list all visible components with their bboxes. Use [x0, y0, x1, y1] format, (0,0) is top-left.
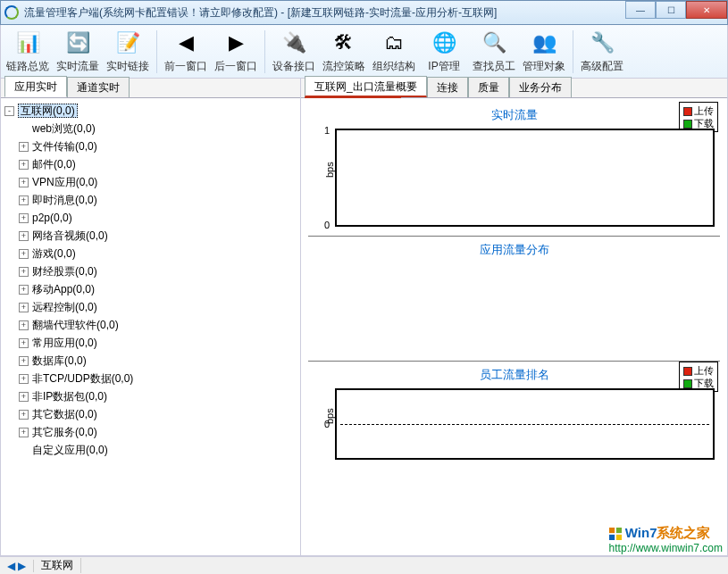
- tree-node[interactable]: 移动App(0,0): [32, 283, 95, 295]
- tree-toggle[interactable]: +: [19, 320, 29, 330]
- tree-toggle[interactable]: +: [19, 249, 29, 259]
- toolbar-icon: 🔄: [63, 29, 92, 57]
- toolbar-实时流量[interactable]: 🔄实时流量: [53, 27, 103, 77]
- chart-realtime-legend: 上传 下载: [679, 102, 718, 132]
- ytick-0: 0: [324, 220, 330, 230]
- tree-node[interactable]: 非TCP/UDP数据(0,0): [32, 372, 133, 385]
- chart-appdist-section: 应用流量分布: [308, 237, 720, 362]
- toolbar-label: 组织结构: [372, 59, 415, 74]
- toolbar-separator: [156, 30, 157, 73]
- chart-realtime-title: 实时流量: [308, 107, 720, 123]
- tree-toggle[interactable]: +: [19, 195, 29, 205]
- tree-toggle[interactable]: +: [19, 285, 29, 295]
- tree-toggle[interactable]: +: [19, 303, 29, 312]
- maximize-button[interactable]: ☐: [656, 1, 686, 19]
- tree-node[interactable]: 其它服务(0,0): [32, 426, 97, 438]
- toolbar-label: 设备接口: [272, 59, 315, 74]
- status-nav-icon[interactable]: ◀ ▶: [0, 560, 34, 572]
- legend-upload-label: 上传: [694, 105, 714, 116]
- tree-node[interactable]: 非IP数据包(0,0): [32, 390, 107, 403]
- tree-toggle[interactable]: +: [19, 338, 29, 348]
- tree-toggle[interactable]: +: [19, 213, 29, 223]
- tree-node[interactable]: 网络音视频(0,0): [32, 229, 108, 242]
- chart-rank-legend: 上传 下载: [679, 362, 718, 392]
- tree-toggle[interactable]: +: [19, 267, 29, 277]
- tab-业务分布[interactable]: 业务分布: [509, 77, 572, 97]
- legend-swatch-upload: [683, 367, 692, 376]
- right-pane: 互联网_出口流量概要连接质量业务分布 实时流量 上传 下载 bps 1 0 应用…: [301, 79, 727, 555]
- main-toolbar: 📊链路总览🔄实时流量📝实时链接◀前一窗口▶后一窗口🔌设备接口🛠流控策略🗂组织结构…: [0, 25, 728, 79]
- window-controls: — ☐ ✕: [625, 1, 727, 19]
- tree-toggle[interactable]: +: [19, 178, 29, 187]
- toolbar-设备接口[interactable]: 🔌设备接口: [269, 27, 319, 77]
- app-icon: [4, 5, 19, 20]
- toolbar-管理对象[interactable]: 👥管理对象: [519, 27, 569, 77]
- left-pane: 应用实时通道实时 -互联网(0,0)web浏览(0,0)+文件传输(0,0)+邮…: [1, 79, 301, 555]
- tree-toggle[interactable]: +: [19, 374, 29, 384]
- tree-node[interactable]: 财经股票(0,0): [32, 265, 97, 278]
- tree-toggle[interactable]: +: [19, 392, 29, 402]
- tree-root[interactable]: 互联网(0,0): [18, 104, 78, 118]
- legend-download-label: 下载: [694, 378, 714, 388]
- tree-toggle[interactable]: +: [19, 428, 29, 437]
- tab-互联网_出口流量概要[interactable]: 互联网_出口流量概要: [305, 76, 427, 97]
- watermark-url: http://www.winwin7.com: [609, 542, 723, 554]
- ytick-0: 0: [324, 419, 330, 429]
- tree-node[interactable]: 邮件(0,0): [32, 158, 76, 171]
- toolbar-label: 实时链接: [106, 59, 149, 74]
- chart-realtime-plot: 1 0: [335, 129, 715, 227]
- toolbar-separator: [573, 30, 573, 73]
- toolbar-icon: 📊: [13, 29, 42, 57]
- toolbar-label: 管理对象: [523, 59, 565, 74]
- minimize-button[interactable]: —: [625, 1, 656, 19]
- toolbar-流控策略[interactable]: 🛠流控策略: [319, 27, 369, 77]
- toolbar-实时链接[interactable]: 📝实时链接: [103, 27, 153, 77]
- tree-toggle[interactable]: +: [19, 160, 29, 170]
- toolbar-查找员工[interactable]: 🔍查找员工: [469, 27, 519, 77]
- toolbar-icon: 📝: [113, 29, 142, 57]
- tree-toggle[interactable]: +: [19, 410, 29, 420]
- chart-ylabel: bps: [324, 162, 335, 178]
- main-area: 应用实时通道实时 -互联网(0,0)web浏览(0,0)+文件传输(0,0)+邮…: [0, 79, 728, 556]
- chart-rank-section: 员工流量排名 上传 下载 bps 0: [308, 362, 720, 469]
- chart-rank-plot: 0: [335, 388, 715, 460]
- svg-rect-2: [609, 535, 615, 540]
- tree-node[interactable]: 游戏(0,0): [32, 247, 76, 260]
- toolbar-高级配置[interactable]: 🔧高级配置: [577, 27, 627, 77]
- tree-node[interactable]: 自定义应用(0,0): [32, 444, 108, 456]
- tree-node[interactable]: 即时消息(0,0): [32, 194, 97, 206]
- toolbar-链路总览[interactable]: 📊链路总览: [3, 27, 53, 77]
- tree-toggle[interactable]: +: [19, 356, 29, 366]
- legend-swatch-download: [683, 379, 692, 388]
- toolbar-label: 实时流量: [56, 59, 99, 74]
- toolbar-IP管理[interactable]: 🌐IP管理: [419, 27, 469, 77]
- tab-通道实时[interactable]: 通道实时: [67, 77, 130, 97]
- tab-质量[interactable]: 质量: [468, 77, 509, 97]
- tree-node[interactable]: 远程控制(0,0): [32, 301, 97, 313]
- tree-node[interactable]: VPN应用(0,0): [32, 176, 97, 188]
- tree-node[interactable]: 翻墙代理软件(0,0): [32, 319, 119, 331]
- toolbar-icon: 🔌: [280, 29, 308, 57]
- tree-toggle[interactable]: -: [4, 106, 14, 116]
- tree-toggle[interactable]: +: [19, 231, 29, 241]
- tab-连接[interactable]: 连接: [427, 77, 468, 97]
- tab-应用实时[interactable]: 应用实时: [4, 76, 67, 97]
- toolbar-组织结构[interactable]: 🗂组织结构: [369, 27, 419, 77]
- status-label: 互联网: [34, 558, 81, 573]
- tree-node[interactable]: 常用应用(0,0): [32, 337, 97, 349]
- tree-node[interactable]: p2p(0,0): [32, 212, 72, 224]
- toolbar-前一窗口[interactable]: ◀前一窗口: [161, 27, 211, 77]
- tree-node[interactable]: 文件传输(0,0): [32, 140, 97, 153]
- tree-toggle[interactable]: +: [19, 142, 29, 152]
- tree-node[interactable]: 其它数据(0,0): [32, 408, 97, 420]
- window-titlebar: 流量管理客户端(系统网卡配置错误！请立即修改配置) - [新建互联网链路-实时流…: [0, 0, 728, 25]
- close-button[interactable]: ✕: [686, 1, 727, 19]
- watermark: Win7系统之家 http://www.winwin7.com: [609, 525, 723, 554]
- tree-node[interactable]: web浏览(0,0): [32, 122, 96, 135]
- toolbar-icon: 🛠: [330, 29, 358, 57]
- right-tabs: 互联网_出口流量概要连接质量业务分布: [301, 79, 727, 98]
- toolbar-icon: 🔧: [588, 29, 616, 57]
- toolbar-icon: ◀: [172, 29, 200, 57]
- toolbar-后一窗口[interactable]: ▶后一窗口: [211, 27, 261, 77]
- tree-node[interactable]: 数据库(0,0): [32, 354, 87, 367]
